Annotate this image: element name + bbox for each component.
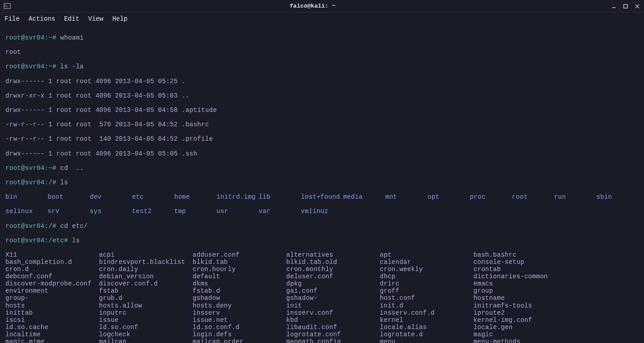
file-entry: ld.so.conf: [99, 324, 193, 331]
file-entry: X11: [5, 251, 99, 258]
dir-entry: vmlinuz: [301, 208, 343, 215]
dir-entry: boot: [48, 193, 90, 200]
command-text: ls -la: [60, 63, 84, 70]
menu-help[interactable]: Help: [113, 15, 128, 22]
file-entry: insserv.conf.d: [380, 309, 473, 316]
dir-entry: opt: [428, 193, 470, 200]
file-entry: insserv.conf: [286, 309, 380, 316]
close-button[interactable]: [634, 3, 640, 9]
file-entry: insserv: [193, 309, 286, 316]
file-entry: hosts.deny: [193, 302, 286, 309]
file-entry: login.defs: [193, 331, 286, 338]
command-text: ls: [60, 179, 68, 186]
file-entry: mailcap: [99, 338, 193, 343]
file-entry: environment: [5, 287, 99, 294]
dir-entry: sys: [90, 208, 132, 215]
dir-entry: lib: [259, 193, 301, 200]
dir-entry: bin: [5, 193, 48, 200]
maximize-button[interactable]: [622, 3, 629, 9]
file-entry: kbd: [286, 316, 380, 324]
output-line: drwx------ 1 root root 4096 2013-04-05 0…: [5, 107, 639, 114]
file-entry: grub.d: [99, 294, 193, 302]
file-entry: logrotate.conf: [286, 331, 380, 338]
menu-edit[interactable]: Edit: [64, 15, 79, 22]
prompt: root@svr04:~#: [5, 165, 60, 172]
file-entry: ld.so.conf.d: [193, 324, 286, 331]
file-entry: dpkg: [286, 280, 380, 287]
file-entry: dkms: [193, 280, 286, 287]
file-entry: locale.alias: [380, 324, 473, 331]
dir-entry: dev: [90, 193, 132, 200]
file-entry: cron.hourly: [193, 266, 286, 273]
file-entry: groff: [380, 287, 473, 294]
menu-actions[interactable]: Actions: [29, 15, 55, 22]
file-entry: group-: [5, 294, 99, 302]
file-entry: kernel-img.conf: [473, 316, 567, 324]
dir-entry: run: [554, 193, 596, 200]
file-entry: acpi: [99, 251, 193, 258]
file-entry: bash.bashrc: [473, 251, 567, 258]
output-line: drwxr-xr-x 1 root root 4096 2013-04-05 0…: [5, 92, 639, 99]
prompt: root@svr04:/etc#: [5, 237, 72, 244]
file-entry: fstab.d: [193, 287, 286, 294]
svg-rect-3: [624, 4, 627, 8]
file-entry: localtime: [5, 331, 99, 338]
prompt: root@svr04:/#: [5, 179, 60, 186]
svg-rect-0: [4, 4, 10, 9]
file-entry: issue.net: [193, 316, 286, 324]
file-entry: bindresvport.blacklist: [99, 258, 193, 266]
window-titlebar: falco@kali: ~: [0, 0, 644, 13]
output-line: drwx------ 1 root root 4096 2013-04-05 0…: [5, 150, 639, 157]
file-entry: issue: [99, 316, 193, 324]
terminal-output[interactable]: root@svr04:~# whoami root root@svr04:~# …: [0, 25, 644, 343]
file-entry: init: [286, 302, 380, 309]
dir-entry: media: [343, 193, 385, 200]
file-entry: emacs: [473, 280, 567, 287]
file-entry: crontab: [473, 266, 567, 273]
file-entry: gai.conf: [286, 287, 380, 294]
file-entry: calendar: [380, 258, 473, 266]
file-entry: hosts.allow: [99, 302, 193, 309]
file-entry: deluser.conf: [286, 273, 380, 280]
file-entry: cron.monthly: [286, 266, 380, 273]
terminal-icon: [4, 3, 11, 10]
output-line: -rw-r--r-- 1 root root 570 2013-04-05 04…: [5, 121, 639, 128]
menu-view[interactable]: View: [88, 15, 104, 22]
file-entry: init.d: [380, 302, 473, 309]
dir-entry: selinux: [5, 208, 48, 215]
file-entry: group: [473, 287, 567, 294]
root-dir-listing-row1: binbootdevetchomeinitrd.imgliblost+found…: [5, 193, 639, 200]
file-entry: apt: [380, 251, 473, 258]
file-entry: initramfs-tools: [473, 302, 567, 309]
file-entry: adduser.conf: [193, 251, 286, 258]
file-entry: dictionaries-common: [473, 273, 567, 280]
prompt: root@svr04:~#: [5, 63, 60, 70]
file-entry: blkid.tab: [193, 258, 286, 266]
file-entry: console-setup: [473, 258, 567, 266]
command-text: cd ..: [60, 165, 84, 172]
dir-entry: var: [259, 208, 301, 215]
file-entry: blkid.tab.old: [286, 258, 380, 266]
dir-entry: mnt: [385, 193, 428, 200]
command-text: whoami: [60, 34, 84, 41]
dir-entry: etc: [132, 193, 174, 200]
file-entry: iproute2: [473, 309, 567, 316]
file-entry: alternatives: [286, 251, 380, 258]
file-entry: debian_version: [99, 273, 193, 280]
file-entry: cron.daily: [99, 266, 193, 273]
minimize-button[interactable]: [611, 3, 617, 9]
menu-file[interactable]: File: [5, 15, 20, 22]
menubar: File Actions Edit View Help: [0, 13, 644, 25]
output-line: root: [5, 49, 639, 56]
dir-entry: usr: [216, 208, 259, 215]
dir-entry: sbin: [596, 193, 639, 200]
root-dir-listing-row2: selinuxsrvsystest2tmpusrvarvmlinuz: [5, 208, 639, 215]
prompt: root@svr04:/#: [5, 223, 60, 230]
file-entry: drirc: [380, 280, 473, 287]
file-entry: discover-modprobe.conf: [5, 280, 99, 287]
file-entry: inittab: [5, 309, 99, 316]
dir-entry: initrd.img: [216, 193, 259, 200]
command-text: ls: [72, 237, 80, 244]
file-entry: menu: [380, 338, 473, 343]
dir-entry: srv: [48, 208, 90, 215]
